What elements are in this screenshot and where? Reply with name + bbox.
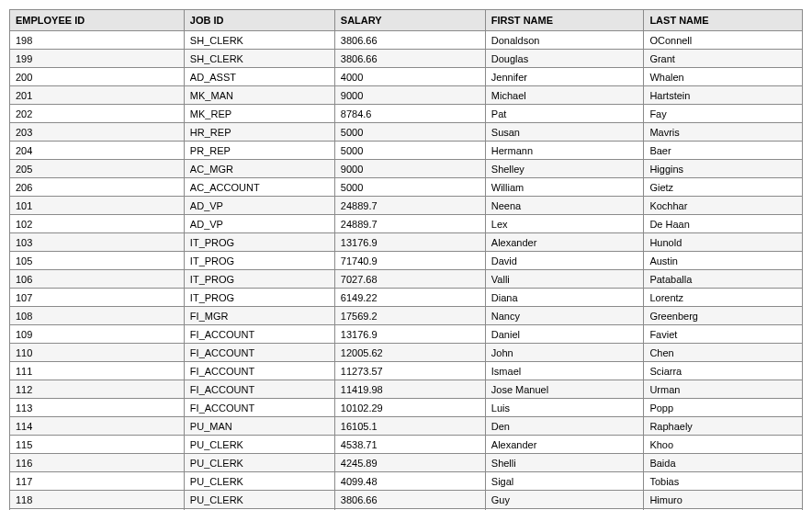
cell-last-name: Chen: [644, 344, 803, 362]
cell-first-name: Jennifer: [485, 68, 644, 86]
cell-employee-id: 203: [10, 123, 185, 142]
cell-last-name: Baer: [644, 142, 803, 160]
cell-employee-id: 200: [10, 68, 185, 86]
cell-last-name: Greenberg: [644, 307, 803, 325]
col-salary: SALARY: [334, 10, 485, 31]
table-row: 202MK_REP8784.6PatFay: [10, 105, 803, 123]
cell-first-name: Guy: [485, 491, 644, 509]
cell-job-id: PU_MAN: [184, 417, 334, 436]
table-row: 117PU_CLERK4099.48SigalTobias: [10, 472, 803, 491]
cell-salary: 8784.6: [334, 105, 485, 123]
col-last-name: LAST NAME: [644, 10, 803, 31]
cell-employee-id: 103: [10, 233, 185, 252]
cell-first-name: Valli: [485, 270, 644, 289]
cell-job-id: FI_MGR: [184, 307, 334, 325]
cell-employee-id: 105: [10, 252, 185, 270]
cell-first-name: Daniel: [485, 325, 644, 344]
cell-first-name: Alexander: [485, 436, 644, 454]
cell-salary: 9000: [334, 86, 485, 105]
cell-job-id: PU_CLERK: [184, 491, 334, 509]
table-row: 103IT_PROG13176.9AlexanderHunold: [10, 233, 803, 252]
cell-last-name: Kochhar: [644, 197, 803, 215]
cell-first-name: Shelli: [485, 454, 644, 472]
cell-employee-id: 206: [10, 178, 185, 197]
cell-employee-id: 110: [10, 344, 185, 362]
cell-first-name: Hermann: [485, 142, 644, 160]
cell-job-id: FI_ACCOUNT: [184, 344, 334, 362]
cell-employee-id: 205: [10, 160, 185, 178]
cell-first-name: Neena: [485, 197, 644, 215]
cell-first-name: Luis: [485, 399, 644, 417]
cell-job-id: MK_REP: [184, 105, 334, 123]
cell-employee-id: 108: [10, 307, 185, 325]
cell-job-id: FI_ACCOUNT: [184, 380, 334, 399]
table-row: 106IT_PROG7027.68ValliPataballa: [10, 270, 803, 289]
cell-employee-id: 199: [10, 50, 185, 68]
table-row: 204PR_REP5000HermannBaer: [10, 142, 803, 160]
cell-last-name: Hartstein: [644, 86, 803, 105]
cell-employee-id: 115: [10, 436, 185, 454]
cell-job-id: FI_ACCOUNT: [184, 399, 334, 417]
cell-employee-id: 114: [10, 417, 185, 436]
cell-salary: 3806.66: [334, 31, 485, 50]
cell-job-id: SH_CLERK: [184, 50, 334, 68]
cell-employee-id: 101: [10, 197, 185, 215]
cell-job-id: AD_VP: [184, 197, 334, 215]
table-row: 200AD_ASST4000JenniferWhalen: [10, 68, 803, 86]
cell-last-name: Hunold: [644, 233, 803, 252]
cell-first-name: Diana: [485, 289, 644, 307]
cell-employee-id: 204: [10, 142, 185, 160]
table-row: 201MK_MAN9000MichaelHartstein: [10, 86, 803, 105]
table-row: 115PU_CLERK4538.71AlexanderKhoo: [10, 436, 803, 454]
cell-salary: 7027.68: [334, 270, 485, 289]
cell-employee-id: 201: [10, 86, 185, 105]
cell-employee-id: 102: [10, 215, 185, 233]
cell-first-name: Lex: [485, 215, 644, 233]
cell-job-id: PU_CLERK: [184, 454, 334, 472]
cell-first-name: Den: [485, 417, 644, 436]
cell-salary: 9000: [334, 160, 485, 178]
cell-job-id: PR_REP: [184, 142, 334, 160]
cell-salary: 4538.71: [334, 436, 485, 454]
cell-last-name: Fay: [644, 105, 803, 123]
cell-last-name: Sciarra: [644, 362, 803, 380]
cell-last-name: Urman: [644, 380, 803, 399]
cell-first-name: Alexander: [485, 233, 644, 252]
cell-last-name: Baida: [644, 454, 803, 472]
cell-last-name: Grant: [644, 50, 803, 68]
cell-last-name: Khoo: [644, 436, 803, 454]
col-job-id: JOB ID: [184, 10, 334, 31]
cell-employee-id: 116: [10, 454, 185, 472]
table-row: 114PU_MAN16105.1DenRaphaely: [10, 417, 803, 436]
cell-last-name: OConnell: [644, 31, 803, 50]
table-row: 109FI_ACCOUNT13176.9DanielFaviet: [10, 325, 803, 344]
cell-salary: 3806.66: [334, 50, 485, 68]
cell-employee-id: 106: [10, 270, 185, 289]
cell-salary: 5000: [334, 123, 485, 142]
table-row: 101AD_VP24889.7NeenaKochhar: [10, 197, 803, 215]
cell-first-name: Pat: [485, 105, 644, 123]
cell-salary: 11273.57: [334, 362, 485, 380]
cell-employee-id: 113: [10, 399, 185, 417]
cell-job-id: IT_PROG: [184, 233, 334, 252]
cell-first-name: Donaldson: [485, 31, 644, 50]
table-row: 111FI_ACCOUNT11273.57IsmaelSciarra: [10, 362, 803, 380]
cell-salary: 16105.1: [334, 417, 485, 436]
cell-last-name: Gietz: [644, 178, 803, 197]
cell-last-name: Lorentz: [644, 289, 803, 307]
cell-job-id: SH_CLERK: [184, 31, 334, 50]
cell-salary: 11419.98: [334, 380, 485, 399]
table-row: 118PU_CLERK3806.66GuyHimuro: [10, 491, 803, 509]
cell-last-name: Austin: [644, 252, 803, 270]
table-row: 116PU_CLERK4245.89ShelliBaida: [10, 454, 803, 472]
cell-job-id: FI_ACCOUNT: [184, 325, 334, 344]
cell-salary: 24889.7: [334, 197, 485, 215]
cell-salary: 5000: [334, 178, 485, 197]
cell-job-id: PU_CLERK: [184, 472, 334, 491]
cell-first-name: Shelley: [485, 160, 644, 178]
table-row: 102AD_VP24889.7LexDe Haan: [10, 215, 803, 233]
cell-first-name: John: [485, 344, 644, 362]
cell-first-name: Sigal: [485, 472, 644, 491]
cell-employee-id: 112: [10, 380, 185, 399]
table-row: 198SH_CLERK3806.66DonaldsonOConnell: [10, 31, 803, 50]
